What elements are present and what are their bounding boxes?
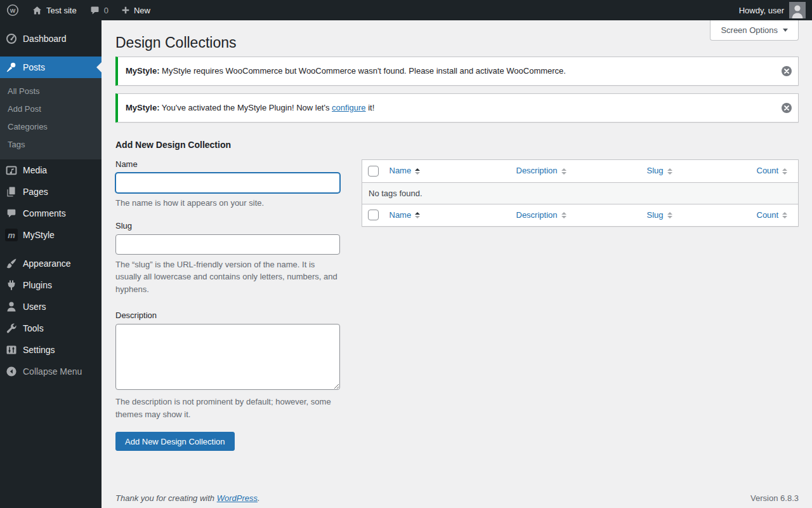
- dismiss-notice-button[interactable]: [782, 66, 792, 76]
- add-new-design-collection-button[interactable]: Add New Design Collection: [115, 432, 235, 451]
- sort-description-link[interactable]: Description: [516, 165, 566, 177]
- notice-woocommerce-missing: MyStyle: MyStyle requires WooCommerce bu…: [115, 57, 799, 86]
- description-help-text: The description is not prominent by defa…: [115, 396, 340, 420]
- user-icon: [5, 300, 18, 313]
- sort-description-link[interactable]: Description: [516, 210, 566, 221]
- mystyle-icon: m: [5, 229, 18, 241]
- notice-prefix: MyStyle:: [126, 66, 159, 76]
- sort-indicator-icon: [561, 212, 566, 218]
- admin-sidebar: Dashboard Posts All Posts Add Post Categ…: [0, 20, 102, 508]
- name-label: Name: [115, 159, 340, 170]
- sidebar-item-label: Dashboard: [23, 34, 67, 44]
- comments-menu[interactable]: 0: [83, 0, 115, 20]
- select-all-checkbox[interactable]: [368, 166, 379, 177]
- table-footer: Name Description Slug Count: [362, 204, 799, 226]
- media-icon: [5, 164, 18, 177]
- new-content-menu[interactable]: New: [115, 0, 157, 20]
- sidebar-item-plugins[interactable]: Plugins: [0, 274, 102, 296]
- name-help-text: The name is how it appears on your site.: [115, 197, 340, 210]
- wordpress-link[interactable]: WordPress: [217, 493, 258, 503]
- add-collection-form: Name The name is how it appears on your …: [115, 159, 340, 451]
- sidebar-item-media[interactable]: Media: [0, 159, 102, 181]
- column-footer-description: Description: [510, 204, 641, 226]
- menu-separator: [0, 246, 102, 253]
- home-icon: [32, 5, 43, 16]
- screen-options-button[interactable]: Screen Options: [710, 20, 799, 41]
- sidebar-item-appearance[interactable]: Appearance: [0, 253, 102, 274]
- select-all-checkbox[interactable]: [368, 210, 379, 220]
- tags-table: Name Description Slug Count: [362, 159, 799, 226]
- sort-name-link[interactable]: Name: [390, 165, 421, 177]
- sidebar-item-label: Tools: [23, 323, 44, 333]
- circle-x-icon: [782, 69, 792, 78]
- sort-indicator-icon: [667, 168, 672, 175]
- sidebar-item-posts[interactable]: Posts: [0, 57, 102, 78]
- sort-indicator-icon: [782, 212, 787, 218]
- sort-slug-link[interactable]: Slug: [647, 210, 672, 221]
- sort-indicator-icon: [667, 212, 672, 218]
- sidebar-item-label: Users: [23, 302, 46, 312]
- table-body: No tags found.: [362, 182, 799, 204]
- site-name-menu[interactable]: Test site: [25, 0, 83, 20]
- sidebar-item-settings[interactable]: Settings: [0, 339, 102, 361]
- admin-bar-right: Howdy, user: [733, 0, 812, 20]
- sort-count-link[interactable]: Count: [757, 165, 788, 177]
- select-all-cell: [362, 204, 383, 226]
- sort-name-link[interactable]: Name: [390, 210, 421, 221]
- wrench-icon: [5, 322, 18, 335]
- empty-message: No tags found.: [362, 182, 799, 204]
- sort-indicator-icon: [415, 168, 420, 175]
- content-columns: Name The name is how it appears on your …: [115, 159, 799, 451]
- notice-plugin-activated: MyStyle: You've activated the MyStyle Pl…: [115, 93, 799, 123]
- sort-slug-link[interactable]: Slug: [647, 165, 672, 177]
- comments-count: 0: [104, 6, 108, 15]
- table-header: Name Description Slug Count: [362, 160, 799, 182]
- notice-prefix: MyStyle:: [126, 103, 159, 112]
- column-header-name: Name: [383, 160, 510, 182]
- sidebar-item-pages[interactable]: Pages: [0, 181, 102, 203]
- column-footer-count: Count: [750, 204, 799, 226]
- sidebar-item-label: Collapse Menu: [23, 366, 82, 377]
- sidebar-item-users[interactable]: Users: [0, 296, 102, 318]
- dismiss-notice-button[interactable]: [782, 103, 792, 113]
- empty-row: No tags found.: [362, 182, 799, 204]
- posts-submenu: All Posts Add Post Categories Tags: [0, 78, 102, 159]
- sidebar-item-label: Plugins: [23, 280, 52, 290]
- my-account-menu[interactable]: Howdy, user: [733, 0, 812, 20]
- slug-field-group: Slug The “slug” is the URL-friendly vers…: [115, 221, 340, 295]
- pages-icon: [5, 185, 18, 198]
- description-label: Description: [115, 311, 340, 321]
- sort-indicator-icon: [415, 212, 420, 218]
- name-input[interactable]: [115, 173, 340, 193]
- sidebar-item-comments[interactable]: Comments: [0, 203, 102, 224]
- wordpress-logo-menu[interactable]: W: [0, 0, 25, 20]
- plus-icon: [121, 6, 130, 15]
- submenu-categories[interactable]: Categories: [0, 118, 102, 136]
- comment-bubble-icon: [89, 5, 100, 16]
- admin-bar-left: W Test site 0 New: [0, 0, 157, 20]
- submenu-all-posts[interactable]: All Posts: [0, 83, 102, 100]
- column-header-slug: Slug: [641, 160, 750, 182]
- slug-input[interactable]: [115, 234, 340, 255]
- submenu-tags[interactable]: Tags: [0, 136, 102, 154]
- user-avatar: [789, 2, 806, 18]
- slug-label: Slug: [115, 221, 340, 232]
- notice-text: MyStyle: You've activated the MyStyle Pl…: [126, 102, 774, 114]
- column-footer-name: Name: [383, 204, 510, 226]
- settings-sliders-icon: [5, 344, 18, 356]
- sort-indicator-icon: [561, 168, 566, 175]
- collapse-arrow-icon: [5, 365, 18, 378]
- description-textarea[interactable]: [115, 324, 340, 390]
- select-all-cell: [362, 160, 383, 182]
- screen-options-label: Screen Options: [721, 25, 778, 35]
- sidebar-item-label: Settings: [23, 345, 55, 355]
- configure-link[interactable]: configure: [332, 103, 365, 112]
- wordpress-logo-icon: W: [6, 4, 19, 17]
- sort-count-link[interactable]: Count: [757, 210, 788, 221]
- sidebar-item-dashboard[interactable]: Dashboard: [0, 28, 102, 50]
- sidebar-item-mystyle[interactable]: m MyStyle: [0, 224, 102, 246]
- submenu-add-post[interactable]: Add Post: [0, 100, 102, 118]
- collapse-menu-button[interactable]: Collapse Menu: [0, 361, 102, 382]
- admin-bar: W Test site 0 New Howdy, user: [0, 0, 812, 20]
- sidebar-item-tools[interactable]: Tools: [0, 318, 102, 339]
